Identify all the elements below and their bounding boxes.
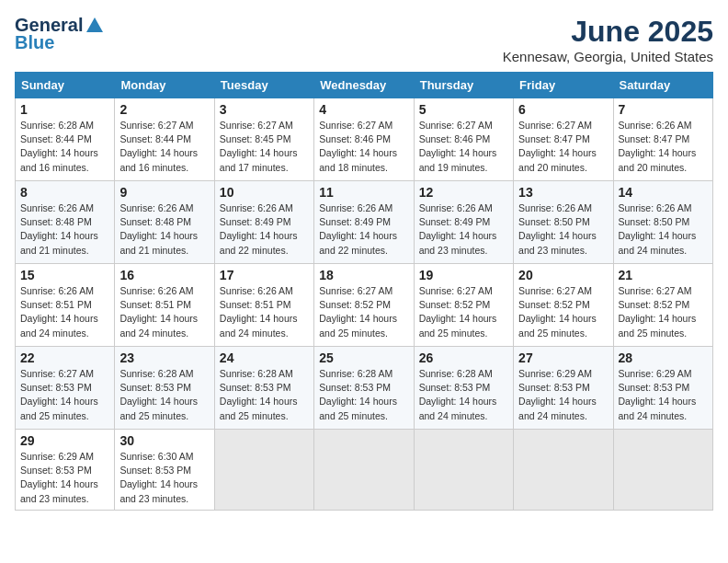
calendar-cell: 21 Sunrise: 6:27 AMSunset: 8:52 PMDaylig… xyxy=(613,264,712,347)
calendar-cell: 11 Sunrise: 6:26 AMSunset: 8:49 PMDaylig… xyxy=(314,181,414,264)
calendar-cell: 18 Sunrise: 6:27 AMSunset: 8:52 PMDaylig… xyxy=(314,264,414,347)
day-info: Sunrise: 6:26 AMSunset: 8:51 PMDaylight:… xyxy=(220,285,298,339)
calendar-cell: 26 Sunrise: 6:28 AMSunset: 8:53 PMDaylig… xyxy=(414,347,513,430)
day-number: 19 xyxy=(419,268,508,282)
day-info: Sunrise: 6:27 AMSunset: 8:44 PMDaylight:… xyxy=(119,120,198,173)
calendar-cell xyxy=(613,430,712,511)
day-info: Sunrise: 6:26 AMSunset: 8:50 PMDaylight:… xyxy=(619,202,697,256)
day-number: 9 xyxy=(119,185,209,200)
calendar-cell: 29 Sunrise: 6:29 AMSunset: 8:53 PMDaylig… xyxy=(16,430,115,511)
calendar-cell xyxy=(414,430,513,511)
calendar-cell: 9 Sunrise: 6:26 AMSunset: 8:48 PMDayligh… xyxy=(115,181,214,264)
day-info: Sunrise: 6:27 AMSunset: 8:45 PMDaylight:… xyxy=(220,120,298,173)
calendar-cell: 23 Sunrise: 6:28 AMSunset: 8:53 PMDaylig… xyxy=(115,347,214,430)
day-number: 17 xyxy=(220,268,309,282)
calendar-cell: 14 Sunrise: 6:26 AMSunset: 8:50 PMDaylig… xyxy=(613,181,712,264)
header: General Blue June 2025 Kennesaw, Georgia… xyxy=(15,15,713,64)
day-info: Sunrise: 6:27 AMSunset: 8:52 PMDaylight:… xyxy=(619,285,697,339)
calendar-cell: 22 Sunrise: 6:27 AMSunset: 8:53 PMDaylig… xyxy=(16,347,115,430)
day-info: Sunrise: 6:26 AMSunset: 8:47 PMDaylight:… xyxy=(619,120,697,173)
day-number: 26 xyxy=(419,350,508,365)
day-info: Sunrise: 6:28 AMSunset: 8:53 PMDaylight:… xyxy=(419,368,497,421)
day-info: Sunrise: 6:28 AMSunset: 8:53 PMDaylight:… xyxy=(319,368,397,421)
day-info: Sunrise: 6:26 AMSunset: 8:49 PMDaylight:… xyxy=(220,202,298,256)
day-number: 5 xyxy=(419,102,508,117)
svg-marker-0 xyxy=(86,17,103,32)
day-info: Sunrise: 6:26 AMSunset: 8:50 PMDaylight:… xyxy=(518,202,597,256)
weekday-header-wednesday: Wednesday xyxy=(314,73,414,98)
weekday-header-saturday: Saturday xyxy=(613,73,712,98)
day-info: Sunrise: 6:26 AMSunset: 8:48 PMDaylight:… xyxy=(20,202,98,256)
day-number: 14 xyxy=(619,185,708,200)
logo: General Blue xyxy=(15,15,105,53)
day-number: 3 xyxy=(220,102,309,117)
calendar-cell: 24 Sunrise: 6:28 AMSunset: 8:53 PMDaylig… xyxy=(214,347,313,430)
day-number: 4 xyxy=(319,102,408,117)
calendar-cell: 6 Sunrise: 6:27 AMSunset: 8:47 PMDayligh… xyxy=(514,98,613,181)
weekday-header-sunday: Sunday xyxy=(16,73,115,98)
day-info: Sunrise: 6:28 AMSunset: 8:53 PMDaylight:… xyxy=(119,368,198,421)
day-number: 25 xyxy=(319,350,408,365)
calendar-cell: 25 Sunrise: 6:28 AMSunset: 8:53 PMDaylig… xyxy=(314,347,414,430)
calendar-cell xyxy=(314,430,414,511)
day-number: 30 xyxy=(119,433,209,448)
day-info: Sunrise: 6:27 AMSunset: 8:52 PMDaylight:… xyxy=(319,285,397,339)
calendar-cell: 5 Sunrise: 6:27 AMSunset: 8:46 PMDayligh… xyxy=(414,98,513,181)
calendar-cell: 1 Sunrise: 6:28 AMSunset: 8:44 PMDayligh… xyxy=(16,98,115,181)
day-number: 11 xyxy=(319,185,408,200)
day-info: Sunrise: 6:29 AMSunset: 8:53 PMDaylight:… xyxy=(619,368,697,421)
calendar-cell: 8 Sunrise: 6:26 AMSunset: 8:48 PMDayligh… xyxy=(16,181,115,264)
day-number: 21 xyxy=(619,268,708,282)
calendar-cell: 10 Sunrise: 6:26 AMSunset: 8:49 PMDaylig… xyxy=(214,181,313,264)
logo-icon xyxy=(85,16,105,36)
day-info: Sunrise: 6:27 AMSunset: 8:46 PMDaylight:… xyxy=(419,120,497,173)
day-number: 8 xyxy=(20,185,109,200)
day-info: Sunrise: 6:28 AMSunset: 8:53 PMDaylight:… xyxy=(220,368,298,421)
calendar-cell: 2 Sunrise: 6:27 AMSunset: 8:44 PMDayligh… xyxy=(115,98,214,181)
calendar-week-row: 22 Sunrise: 6:27 AMSunset: 8:53 PMDaylig… xyxy=(16,347,713,430)
calendar-cell: 15 Sunrise: 6:26 AMSunset: 8:51 PMDaylig… xyxy=(16,264,115,347)
month-title: June 2025 xyxy=(503,15,713,49)
day-number: 6 xyxy=(518,102,608,117)
day-number: 1 xyxy=(20,102,109,117)
calendar-cell: 28 Sunrise: 6:29 AMSunset: 8:53 PMDaylig… xyxy=(613,347,712,430)
day-info: Sunrise: 6:29 AMSunset: 8:53 PMDaylight:… xyxy=(20,451,98,504)
calendar-week-row: 8 Sunrise: 6:26 AMSunset: 8:48 PMDayligh… xyxy=(16,181,713,264)
calendar-week-row: 1 Sunrise: 6:28 AMSunset: 8:44 PMDayligh… xyxy=(16,98,713,181)
day-number: 7 xyxy=(619,102,708,117)
day-info: Sunrise: 6:27 AMSunset: 8:53 PMDaylight:… xyxy=(20,368,98,421)
day-info: Sunrise: 6:27 AMSunset: 8:52 PMDaylight:… xyxy=(419,285,497,339)
day-info: Sunrise: 6:27 AMSunset: 8:46 PMDaylight:… xyxy=(319,120,397,173)
day-number: 22 xyxy=(20,350,109,365)
calendar-cell: 27 Sunrise: 6:29 AMSunset: 8:53 PMDaylig… xyxy=(514,347,613,430)
calendar-cell xyxy=(214,430,313,511)
weekday-header-friday: Friday xyxy=(514,73,613,98)
calendar-cell: 13 Sunrise: 6:26 AMSunset: 8:50 PMDaylig… xyxy=(514,181,613,264)
calendar-cell: 19 Sunrise: 6:27 AMSunset: 8:52 PMDaylig… xyxy=(414,264,513,347)
calendar-week-row: 15 Sunrise: 6:26 AMSunset: 8:51 PMDaylig… xyxy=(16,264,713,347)
calendar-week-row: 29 Sunrise: 6:29 AMSunset: 8:53 PMDaylig… xyxy=(16,430,713,511)
calendar-cell: 30 Sunrise: 6:30 AMSunset: 8:53 PMDaylig… xyxy=(115,430,214,511)
day-number: 18 xyxy=(319,268,408,282)
title-area: June 2025 Kennesaw, Georgia, United Stat… xyxy=(503,15,713,64)
weekday-header-thursday: Thursday xyxy=(414,73,513,98)
day-info: Sunrise: 6:27 AMSunset: 8:47 PMDaylight:… xyxy=(518,120,597,173)
calendar-cell xyxy=(514,430,613,511)
day-number: 28 xyxy=(619,350,708,365)
day-info: Sunrise: 6:26 AMSunset: 8:51 PMDaylight:… xyxy=(20,285,98,339)
day-info: Sunrise: 6:26 AMSunset: 8:49 PMDaylight:… xyxy=(419,202,497,256)
day-number: 15 xyxy=(20,268,109,282)
day-number: 16 xyxy=(119,268,209,282)
day-number: 20 xyxy=(518,268,608,282)
day-number: 13 xyxy=(518,185,608,200)
day-number: 10 xyxy=(220,185,309,200)
calendar-cell: 20 Sunrise: 6:27 AMSunset: 8:52 PMDaylig… xyxy=(514,264,613,347)
day-number: 2 xyxy=(119,102,209,117)
weekday-header-tuesday: Tuesday xyxy=(214,73,313,98)
location-title: Kennesaw, Georgia, United States xyxy=(503,49,713,64)
day-number: 29 xyxy=(20,433,109,448)
day-info: Sunrise: 6:26 AMSunset: 8:51 PMDaylight:… xyxy=(119,285,198,339)
day-info: Sunrise: 6:30 AMSunset: 8:53 PMDaylight:… xyxy=(119,451,198,504)
day-number: 24 xyxy=(220,350,309,365)
calendar-cell: 17 Sunrise: 6:26 AMSunset: 8:51 PMDaylig… xyxy=(214,264,313,347)
